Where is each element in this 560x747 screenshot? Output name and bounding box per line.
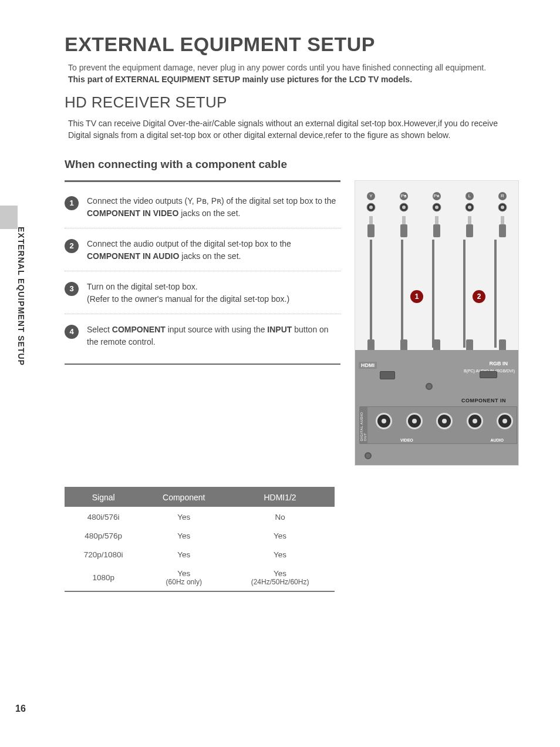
table-cell: 480p/576p [65,526,142,545]
table-cell: Yes(60Hz only) [142,564,225,591]
svg-point-9 [501,206,504,209]
svg-point-1 [369,206,373,209]
step-text-1: Connect the video outputs (Y, Pʙ, Pʀ) of… [87,195,340,220]
table-header-hdmi: HDMI1/2 [225,487,335,507]
panel-label-rgb: RGB IN [490,361,508,366]
rca-pr-icon [436,413,453,429]
table-cell: Yes [142,545,225,564]
table-cell: Yes [142,526,225,545]
step-2: 2 Connect the audio output of the digita… [65,228,340,271]
svg-rect-14 [435,216,438,224]
rca-pb-icon [406,413,423,429]
step-1: 1 Connect the video outputs (Y, Pʙ, Pʀ) … [65,191,340,228]
table-header-component: Component [142,487,225,507]
rca-y-icon [376,413,392,429]
table-row: 480i/576iYesNo [65,507,335,527]
panel-label-hdmi: HDMI [359,362,377,369]
table-cell: Yes [225,526,335,545]
cable [401,240,403,348]
section-intro: This TV can receive Digital Over-the-air… [68,117,514,142]
intro-line-1: To prevent the equipment damage, never p… [68,63,519,72]
cable [494,240,497,348]
plug-icon [399,216,409,240]
table-header-signal: Signal [65,487,142,507]
steps-top-rule [65,180,340,182]
svg-rect-12 [402,216,406,224]
top-plug-row [366,216,508,240]
step-text-4: Select COMPONENT input source with using… [87,324,340,348]
step-bullet-4: 4 [65,325,79,339]
strip-label-video: VIDEO [400,438,413,442]
strip-label-audio: AUDIO [490,438,504,442]
plug-icon [497,216,508,240]
page-title: EXTERNAL EQUIPMENT SETUP [65,33,519,56]
table-cell: 480i/576i [65,507,142,527]
table-row: 1080pYes(60Hz only)Yes(24Hz/50Hz/60Hz) [65,564,335,591]
bundle-label-1: 1 [410,290,423,303]
svg-point-5 [435,206,438,209]
component-in-strip: COMPONENT IN DIGITAL AUDIO OUT VIDEO AUD… [360,406,517,444]
connection-diagram: Y Pʙ Pʀ L R [355,180,519,466]
svg-rect-13 [400,224,407,237]
table-body: 480i/576iYesNo480p/576pYesYes720p/1080iY… [65,507,335,591]
step-bullet-2: 2 [65,239,79,253]
svg-rect-16 [468,216,471,224]
rgb-port-icon [480,371,497,378]
cable-area: 1 2 [366,240,508,348]
rca-row [376,413,513,429]
intro-line-2: This part of EXTERNAL EQUIPMENT SETUP ma… [68,75,519,84]
cable [432,240,434,348]
step-3: 3 Turn on the digital set-top box.(Refer… [65,271,340,314]
svg-rect-11 [367,224,375,237]
digital-audio-out-label: DIGITAL AUDIO OUT [359,407,367,443]
plug-icon [366,216,376,240]
steps-column: 1 Connect the video outputs (Y, Pʙ, Pʀ) … [65,180,340,365]
round-port-icon [365,452,372,459]
step-text-2: Connect the audio output of the digital … [87,238,340,263]
section-title: HD RECEIVER SETUP [65,93,519,112]
plug-icon [464,216,475,240]
table-cell: 1080p [65,564,142,591]
svg-rect-18 [501,216,504,224]
svg-rect-10 [369,216,373,224]
svg-rect-19 [499,224,506,237]
table-row: 480p/576pYesYes [65,526,335,545]
step-bullet-1: 1 [65,196,79,210]
steps-bottom-rule [65,364,340,365]
step-bullet-3: 3 [65,282,79,296]
hdmi-port-icon [380,371,395,379]
step-4: 4 Select COMPONENT input source with usi… [65,314,340,356]
svg-rect-17 [466,224,473,237]
signal-compat-table: Signal Component HDMI1/2 480i/576iYesNo4… [65,487,335,592]
cable [370,240,372,348]
step-text-3: Turn on the digital set-top box.(Refer t… [87,281,289,305]
round-port-icon [426,383,433,390]
table-row: 720p/1080iYesYes [65,545,335,564]
rca-r-icon [497,413,513,429]
subsection-title: When connecting with a component cable [65,158,519,171]
page-number: 16 [15,704,26,714]
page: EXTERNAL EQUIPMENT SETUP 16 EXTERNAL EQU… [0,0,560,747]
diagram-column: Y Pʙ Pʀ L R [355,180,519,466]
svg-point-7 [468,206,471,209]
bundle-label-2: 2 [473,290,485,303]
cable [463,240,465,348]
table-cell: No [225,507,335,527]
component-in-label: COMPONENT IN [461,398,506,403]
side-section-label: EXTERNAL EQUIPMENT SETUP [16,227,26,366]
table-cell: Yes(24Hz/50Hz/60Hz) [225,564,335,591]
rca-l-icon [467,413,483,429]
svg-rect-15 [433,224,440,237]
table-cell: Yes [142,507,225,527]
tv-rear-panel: HDMI RGB IN B(PC) AUDIO IN (RGB/DVI) COM… [355,350,518,465]
table-cell: Yes [225,545,335,564]
side-tab [0,206,18,229]
plug-icon [431,216,442,240]
steps-and-diagram: 1 Connect the video outputs (Y, Pʙ, Pʀ) … [65,180,519,466]
table-cell: 720p/1080i [65,545,142,564]
svg-point-3 [402,206,406,209]
